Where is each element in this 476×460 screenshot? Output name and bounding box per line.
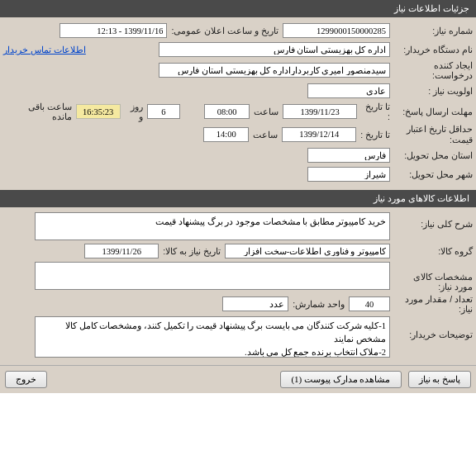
section2-body: شرح کلی نیاز: گروه کالا: تاریخ نیاز به ک…: [0, 207, 476, 365]
until-label: تا تاریخ :: [357, 102, 390, 121]
exit-button[interactable]: خروج: [5, 371, 47, 388]
days-remaining-input[interactable]: [147, 104, 180, 119]
goods-group-input[interactable]: [225, 244, 390, 258]
need-by-date-label: تاریخ نیاز به کالا:: [159, 246, 225, 256]
button-bar: پاسخ به نیاز مشاهده مدارک پیوست (1) خروج: [0, 365, 476, 393]
deadline-date-input[interactable]: [283, 104, 357, 119]
requester-label: ایجاد کننده درخواست:: [390, 60, 473, 80]
need-number-label: شماره نیاز:: [390, 26, 473, 36]
section1-header: جزئیات اطلاعات نیاز: [0, 0, 476, 17]
goods-spec-textarea[interactable]: [35, 262, 390, 290]
min-validity-label: حداقل تاریخ اعتبار قیمت:: [390, 124, 473, 145]
delivery-city-label: شهر محل تحویل:: [390, 169, 473, 179]
public-datetime-input[interactable]: [60, 23, 167, 38]
delivery-city-input[interactable]: [307, 167, 390, 182]
need-by-date-input[interactable]: [84, 244, 159, 258]
unit-input[interactable]: [222, 296, 288, 311]
time-remaining: 16:35:23: [76, 104, 121, 119]
goods-spec-label: مشخصات کالای مورد نیاز:: [390, 262, 473, 292]
qty-label: تعداد / مقدار مورد نیاز:: [390, 294, 473, 314]
need-desc-textarea[interactable]: [35, 212, 390, 240]
days-label: روز و: [121, 102, 147, 121]
section2-header: اطلاعات کالاهای مورد نیاز: [0, 190, 476, 207]
deadline-time-label: ساعت: [250, 107, 283, 116]
min-validity-time-input[interactable]: [203, 127, 249, 142]
priority-label: اولویت نیاز :: [390, 86, 473, 96]
buyer-notes-textarea[interactable]: [35, 316, 390, 358]
delivery-province-input[interactable]: [307, 148, 390, 163]
min-validity-time-label: ساعت: [249, 130, 282, 140]
time-remaining-label: ساعت باقی مانده: [3, 102, 76, 121]
requester-input[interactable]: [159, 63, 390, 78]
delivery-province-label: استان محل تحویل:: [390, 150, 473, 160]
view-docs-button[interactable]: مشاهده مدارک پیوست (1): [280, 371, 401, 388]
min-validity-date-input[interactable]: [282, 127, 356, 142]
deadline-time-input[interactable]: [204, 104, 250, 119]
need-desc-label: شرح کلی نیاز:: [390, 212, 473, 229]
public-datetime-label: تاریخ و ساعت اعلان عمومی:: [167, 26, 283, 36]
section1-body: شماره نیاز: تاریخ و ساعت اعلان عمومی: نا…: [0, 17, 476, 190]
buyer-org-label: نام دستگاه خریدار:: [390, 45, 473, 55]
buyer-notes-label: توضیحات خریدار:: [390, 316, 473, 339]
goods-group-label: گروه کالا:: [390, 246, 473, 256]
respond-button[interactable]: پاسخ به نیاز: [408, 371, 472, 388]
qty-input[interactable]: [349, 296, 390, 311]
buyer-org-input[interactable]: [159, 42, 390, 57]
unit-label: واحد شمارش:: [288, 299, 349, 309]
until-label2: تا تاریخ :: [356, 130, 390, 140]
need-number-input[interactable]: [283, 23, 390, 38]
priority-input[interactable]: [307, 83, 390, 98]
deadline-label: مهلت ارسال پاسخ:: [390, 107, 473, 116]
buyer-contact-link[interactable]: اطلاعات تماس خریدار: [3, 45, 86, 55]
